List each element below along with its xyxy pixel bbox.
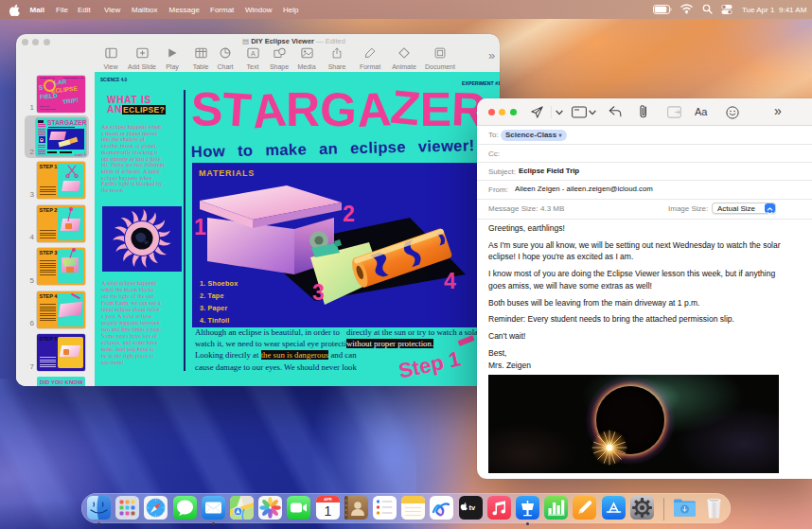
svg-text:APR: APR <box>324 497 332 502</box>
svg-text:tv: tv <box>468 503 475 512</box>
svg-text:A: A <box>251 49 256 58</box>
svg-text:1: 1 <box>324 503 331 519</box>
